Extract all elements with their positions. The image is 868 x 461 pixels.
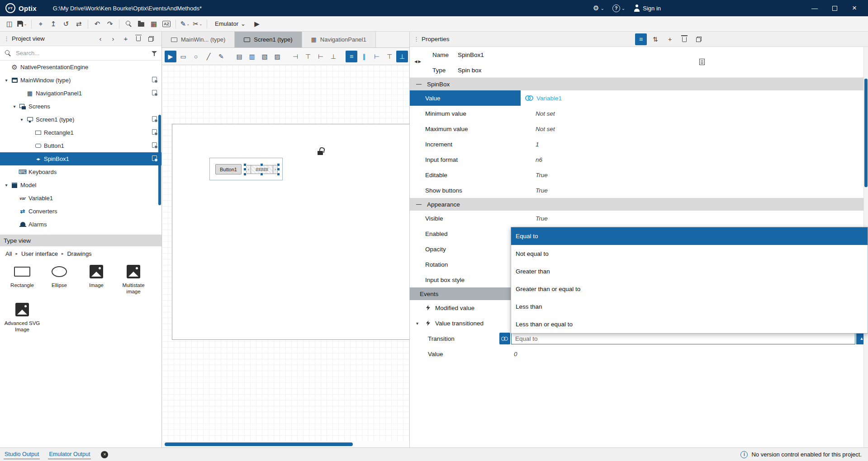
ellipse-tool-button[interactable]: ○	[190, 51, 202, 62]
filter-icon[interactable]	[152, 51, 157, 56]
tab-screen1[interactable]: Screen1 (type)	[235, 32, 302, 47]
dropdown-option-less-than-or-equal[interactable]: Less than or equal to	[511, 315, 868, 333]
add-item-button[interactable]: +	[121, 34, 131, 44]
tab-mainwindow[interactable]: MainWin... (type)	[162, 32, 235, 47]
anchor-middle-button[interactable]: ⊥	[396, 51, 408, 62]
grid-view-button[interactable]: ▦	[148, 18, 160, 30]
tree-item-navigationpanel1[interactable]: ▦ NavigationPanel1	[0, 87, 161, 100]
type-item-advanced-svg-image[interactable]: Advanced SVG Image	[4, 302, 41, 333]
selection-handle[interactable]	[260, 173, 263, 176]
tree-item-spinbox1[interactable]: ◂▸ SpinBox1	[0, 152, 161, 165]
duplicate-property-button[interactable]	[693, 33, 705, 45]
close-output-button[interactable]: ×	[101, 451, 108, 458]
tree-item-nativepresentationengine[interactable]: ⚙ NativePresentationEngine	[0, 61, 161, 74]
align-right-button[interactable]: ⊢	[315, 51, 327, 62]
dropdown-option-greater-than-or-equal[interactable]: Greater than or equal to	[511, 280, 868, 298]
tree-item-button1[interactable]: Button1	[0, 139, 161, 152]
anchor-right-button[interactable]: ⊢	[371, 51, 383, 62]
type-reference-badge-icon[interactable]	[152, 129, 157, 135]
canvas-h-scrollbar-thumb[interactable]	[165, 442, 353, 446]
property-value[interactable]: True	[536, 215, 548, 222]
restore-button[interactable]	[825, 0, 844, 16]
type-reference-badge-icon[interactable]	[152, 142, 157, 148]
nav-forward-button[interactable]: ›	[108, 34, 118, 44]
sign-in-button[interactable]: Sign in	[633, 5, 661, 12]
breadcrumb-drawings[interactable]: Drawings	[67, 250, 91, 257]
property-row-value[interactable]: Value Variable1	[410, 90, 868, 106]
type-reference-badge-icon[interactable]	[152, 90, 157, 95]
save-button[interactable]: ⌄	[16, 18, 28, 30]
type-item-multistate-image[interactable]: Multistate image	[115, 264, 152, 295]
unlocked-icon[interactable]	[318, 151, 323, 155]
delete-property-button[interactable]	[678, 33, 690, 45]
dropdown-option-not-equal-to[interactable]: Not equal to	[511, 245, 868, 263]
delete-item-button[interactable]	[133, 34, 143, 44]
selection-handle[interactable]	[277, 173, 280, 176]
design-canvas[interactable]: Button1 ‹ ##### ›	[162, 65, 409, 441]
type-item-rectangle[interactable]: Rectangle	[4, 264, 41, 295]
dropdown-option-less-than[interactable]: Less than	[511, 298, 868, 315]
property-row-input-format[interactable]: Input format n6	[410, 152, 868, 167]
dropdown-option-greater-than[interactable]: Greater than	[511, 263, 868, 280]
selection-handle[interactable]	[243, 163, 247, 166]
minimize-button[interactable]: —	[805, 0, 825, 16]
redo-button[interactable]: ↷	[104, 18, 116, 30]
selection-handle[interactable]	[243, 173, 247, 176]
preview-play-button[interactable]: ▶	[165, 51, 176, 62]
property-value[interactable]: Not set	[536, 110, 555, 117]
align-top-button[interactable]: ⊤	[302, 51, 314, 62]
property-value-link[interactable]: Variable1	[536, 95, 562, 102]
tab-navigationpanel1[interactable]: ▦ NavigationPanel1	[302, 32, 376, 47]
selection-handle[interactable]	[260, 163, 263, 166]
property-row-maximum-value[interactable]: Maximum value Not set	[410, 121, 868, 136]
event-value[interactable]: 0	[514, 351, 517, 358]
close-button[interactable]: ×	[844, 0, 864, 16]
help-menu[interactable]: ? ⌄	[612, 5, 625, 12]
workspace-layout-button[interactable]: ◫	[4, 18, 15, 30]
selection-group[interactable]: Button1 ‹ ##### ›	[209, 158, 283, 180]
open-folder-button[interactable]	[135, 18, 147, 30]
expander-icon[interactable]: ▾	[416, 321, 418, 326]
anchor-top-button[interactable]: ⊤	[384, 51, 395, 62]
tree-item-mainwindow[interactable]: ▾ MainWindow (type)	[0, 74, 161, 87]
tree-item-variable1[interactable]: var Variable1	[0, 192, 161, 205]
tree-item-converters[interactable]: ⇄ Converters	[0, 205, 161, 218]
collapse-icon[interactable]: —	[416, 81, 422, 87]
tree-item-screen1[interactable]: ▾ Screen1 (type)	[0, 113, 161, 126]
property-value[interactable]: True	[536, 187, 548, 194]
property-row-increment[interactable]: Increment 1	[410, 136, 868, 152]
run-button[interactable]: ▶	[251, 18, 263, 30]
canvas-button1[interactable]: Button1	[215, 164, 242, 174]
layer-front-button[interactable]: ▤	[233, 51, 245, 62]
align-bottom-button[interactable]: ⊥	[327, 51, 339, 62]
duplicate-item-button[interactable]	[146, 34, 156, 44]
sync-button[interactable]: ⇄	[73, 18, 85, 30]
selection-handle[interactable]	[277, 163, 280, 166]
tree-item-rectangle1[interactable]: Rectangle1	[0, 126, 161, 139]
property-row-show-buttons[interactable]: Show buttons True	[410, 183, 868, 198]
transition-combobox[interactable]	[511, 333, 855, 344]
type-item-image[interactable]: Image	[78, 264, 115, 295]
collapse-icon[interactable]: —	[416, 201, 422, 207]
drag-handle-icon[interactable]: ⋮	[413, 36, 419, 42]
layer-backward-button[interactable]: ▧	[259, 51, 270, 62]
dynamic-link-icon[interactable]	[525, 95, 532, 100]
rectangle-tool-button[interactable]: ▭	[177, 51, 189, 62]
style-pen-button[interactable]: ✎⌄	[179, 18, 191, 30]
tree-scrollbar-thumb[interactable]	[158, 115, 161, 205]
selection-handle[interactable]	[277, 168, 280, 171]
description-icon[interactable]	[699, 59, 705, 65]
expander-icon[interactable]: ▾	[18, 117, 25, 122]
breadcrumb-user-interface[interactable]: User interface	[21, 250, 58, 257]
property-value[interactable]: 1	[536, 141, 539, 148]
dynamic-link-button[interactable]	[499, 333, 510, 344]
property-value[interactable]: Not set	[536, 126, 555, 132]
path-tool-button[interactable]: ✎	[215, 51, 227, 62]
breadcrumb-all[interactable]: All	[5, 250, 12, 257]
type-item-ellipse[interactable]: Ellipse	[41, 264, 78, 295]
history-button[interactable]: ↺	[60, 18, 72, 30]
line-tool-button[interactable]: ╱	[203, 51, 214, 62]
property-row-editable[interactable]: Editable True	[410, 167, 868, 183]
anchor-center-button[interactable]: ∥	[358, 51, 370, 62]
type-reference-badge-icon[interactable]	[152, 155, 157, 161]
